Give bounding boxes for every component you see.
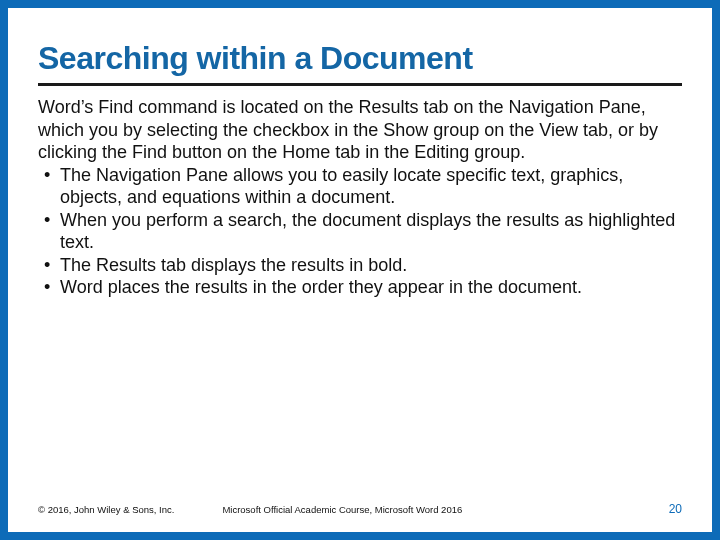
list-item: When you perform a search, the document … [38, 209, 682, 254]
list-item: The Navigation Pane allows you to easily… [38, 164, 682, 209]
slide: Searching within a Document Word’s Find … [8, 8, 712, 532]
list-item: The Results tab displays the results in … [38, 254, 682, 277]
course-text: Microsoft Official Academic Course, Micr… [222, 504, 668, 515]
page-number: 20 [669, 502, 682, 516]
slide-footer: © 2016, John Wiley & Sons, Inc. Microsof… [38, 474, 682, 522]
list-item: Word places the results in the order the… [38, 276, 682, 299]
slide-title: Searching within a Document [38, 40, 682, 86]
slide-body: Word’s Find command is located on the Re… [38, 96, 682, 474]
intro-paragraph: Word’s Find command is located on the Re… [38, 96, 682, 164]
bullet-list: The Navigation Pane allows you to easily… [38, 164, 682, 299]
copyright-text: © 2016, John Wiley & Sons, Inc. [38, 504, 174, 515]
